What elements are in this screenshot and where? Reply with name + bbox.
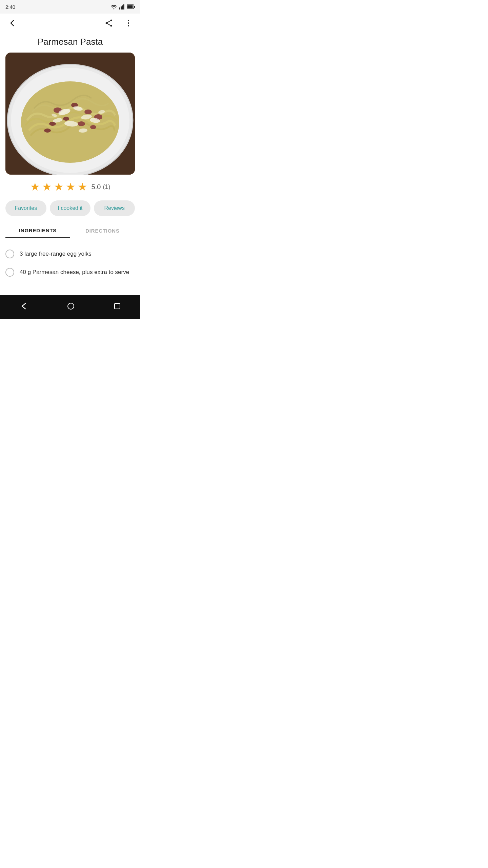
ingredient-item-2: 40 g Parmesan cheese, plus extra to serv… [5, 263, 135, 281]
wifi-icon [110, 4, 117, 9]
svg-point-23 [78, 121, 85, 126]
tab-ingredients[interactable]: INGREDIENTS [5, 223, 70, 238]
rating-number: 5.0 [92, 183, 101, 191]
star-4: ★ [66, 181, 76, 192]
nav-back-icon [19, 302, 28, 311]
ingredients-list: 3 large free-range egg yolks 40 g Parmes… [0, 238, 140, 288]
rating-section: ★ ★ ★ ★ ★ 5.0 (1) [0, 175, 140, 198]
recipe-title: Parmesan Pasta [0, 33, 140, 53]
star-5: ★ [78, 181, 87, 192]
svg-point-8 [106, 22, 107, 24]
cooked-it-button[interactable]: I cooked it [50, 200, 91, 216]
svg-rect-6 [127, 5, 133, 8]
svg-rect-3 [123, 4, 124, 9]
signal-icon [119, 4, 125, 9]
battery-icon [127, 4, 135, 9]
nav-recents-button[interactable] [107, 300, 128, 312]
svg-rect-0 [119, 7, 120, 9]
svg-rect-2 [122, 5, 123, 9]
ingredient-text-1: 3 large free-range egg yolks [20, 251, 92, 257]
nav-back-button[interactable] [13, 300, 35, 313]
svg-rect-39 [115, 303, 120, 309]
star-1: ★ [30, 181, 40, 192]
back-arrow-icon [7, 18, 17, 28]
ingredient-text-2: 40 g Parmesan cheese, plus extra to serv… [20, 269, 129, 276]
star-3: ★ [54, 181, 64, 192]
back-button[interactable] [5, 16, 19, 30]
more-options-button[interactable] [122, 17, 135, 29]
status-time: 2:40 [5, 4, 15, 10]
tab-directions[interactable]: DIRECTIONS [70, 223, 135, 238]
tabs-section: INGREDIENTS DIRECTIONS [0, 223, 140, 238]
recipe-image-placeholder [5, 53, 135, 175]
svg-point-13 [128, 22, 129, 24]
favorites-button[interactable]: Favorites [5, 200, 46, 216]
reviews-button[interactable]: Reviews [94, 200, 135, 216]
ingredient-checkbox-2[interactable] [5, 268, 14, 277]
ingredient-item-1: 3 large free-range egg yolks [5, 245, 135, 263]
star-2: ★ [42, 181, 52, 192]
svg-point-14 [128, 25, 129, 26]
svg-point-9 [110, 25, 112, 27]
nav-recents-icon [114, 302, 121, 310]
svg-point-26 [44, 129, 51, 133]
share-icon [104, 19, 113, 27]
svg-point-7 [110, 20, 112, 21]
svg-line-10 [107, 21, 110, 23]
more-vertical-icon [124, 19, 133, 27]
share-button[interactable] [102, 17, 115, 29]
nav-left [5, 16, 19, 30]
svg-point-12 [128, 20, 129, 21]
top-nav [0, 14, 140, 33]
svg-rect-1 [121, 6, 122, 9]
ingredient-checkbox-1[interactable] [5, 250, 14, 258]
rating-count: (1) [103, 183, 110, 191]
svg-rect-5 [134, 6, 135, 8]
svg-point-21 [84, 110, 92, 114]
bottom-nav [0, 295, 140, 319]
svg-point-27 [90, 125, 96, 129]
status-bar: 2:40 [0, 0, 140, 14]
nav-home-button[interactable] [60, 300, 81, 312]
recipe-image [5, 53, 135, 175]
action-buttons: Favorites I cooked it Reviews [0, 198, 140, 223]
nav-home-icon [67, 302, 75, 310]
svg-point-22 [63, 117, 69, 121]
nav-right [102, 17, 135, 29]
pasta-illustration [5, 53, 135, 175]
status-icons [110, 4, 135, 9]
svg-point-38 [68, 303, 74, 309]
svg-line-11 [107, 23, 110, 25]
